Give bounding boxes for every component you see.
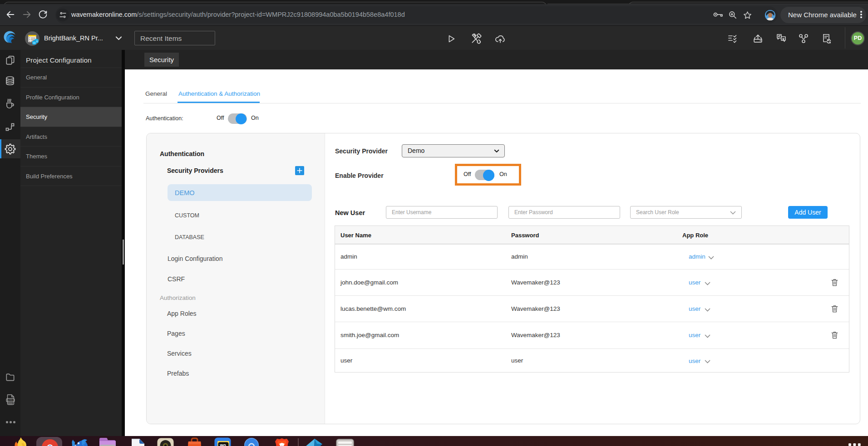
svg-text:wo: wo <box>220 442 226 446</box>
svg-text:LOG: LOG <box>8 399 13 402</box>
